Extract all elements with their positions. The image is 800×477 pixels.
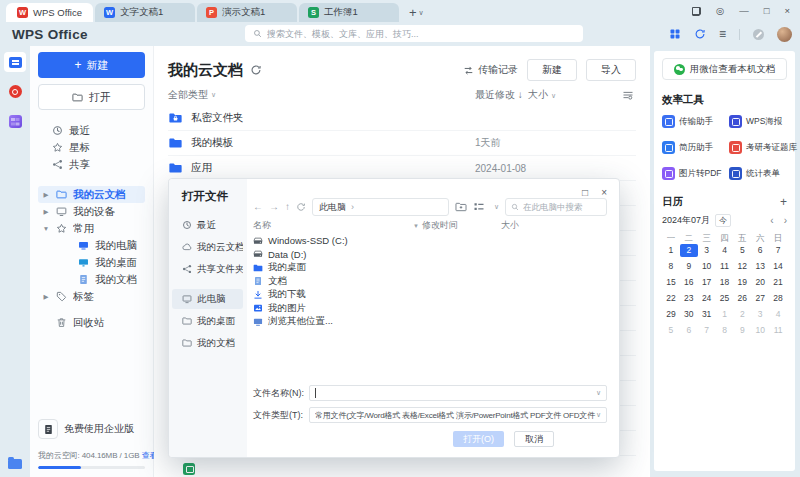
sidebar-tree-item[interactable]: ▼ 常用	[38, 220, 145, 237]
dialog-close-icon[interactable]: ×	[601, 187, 607, 198]
dialog-file-row[interactable]: 我的桌面	[253, 261, 607, 275]
calendar-add-icon[interactable]: +	[780, 195, 787, 209]
expand-arrow-icon[interactable]: ▶	[42, 191, 50, 199]
dialog-nav-item[interactable]: 我的云文档	[172, 237, 243, 257]
titlebar-tab[interactable]: P 演示文稿1	[197, 3, 297, 22]
avatar[interactable]	[777, 27, 792, 42]
calendar-day[interactable]: 7	[769, 244, 787, 257]
tool-item[interactable]: WPS海报	[729, 115, 797, 128]
global-search[interactable]	[245, 25, 583, 42]
calendar-day[interactable]: 18	[716, 276, 734, 289]
calendar-next-icon[interactable]: ›	[784, 215, 787, 226]
status-icon[interactable]	[753, 29, 764, 40]
calendar-prev-icon[interactable]: ‹	[770, 215, 773, 226]
file-list-row[interactable]: 我的模板 1天前	[168, 131, 636, 156]
up-icon[interactable]: ↑	[285, 202, 290, 212]
calendar-day[interactable]: 2	[733, 308, 751, 321]
sidebar-tree-item[interactable]: 回收站	[38, 314, 145, 331]
calendar-today-button[interactable]: 今	[715, 214, 731, 227]
view-mode-icon[interactable]	[473, 201, 485, 213]
expand-arrow-icon[interactable]: ▶	[42, 293, 50, 301]
column-size[interactable]: 大小	[501, 219, 519, 232]
calendar-day[interactable]: 12	[733, 260, 751, 273]
calendar-day[interactable]: 8	[716, 324, 734, 337]
file-list-row[interactable]: 私密文件夹	[168, 106, 636, 131]
column-name[interactable]: 名称	[253, 219, 271, 232]
filename-dropdown-icon[interactable]: ∨	[596, 389, 601, 397]
sidebar-tree-item[interactable]: 我的文档	[38, 271, 145, 288]
titlebar-tab[interactable]: S 工作簿1	[299, 3, 399, 22]
calendar-day[interactable]: 3	[698, 244, 716, 257]
calendar-day[interactable]: 3	[751, 308, 769, 321]
close-button[interactable]: ×	[784, 6, 790, 16]
dialog-file-row[interactable]: 文档	[253, 275, 607, 289]
list-settings-icon[interactable]	[622, 89, 634, 101]
tab-list-chevron-icon[interactable]: ∨	[419, 9, 424, 17]
view-mode-chevron-icon[interactable]: ∨	[494, 203, 499, 211]
sidebar-tree-item[interactable]: ▶ 标签	[38, 288, 145, 305]
calendar-day[interactable]: 19	[733, 276, 751, 289]
calendar-day[interactable]: 2	[680, 244, 698, 257]
maximize-button[interactable]: □	[764, 6, 770, 16]
calendar-day[interactable]: 17	[698, 276, 716, 289]
calendar-day[interactable]: 30	[680, 308, 698, 321]
forward-icon[interactable]: →	[269, 202, 279, 212]
back-icon[interactable]: ←	[253, 202, 263, 212]
skin-icon[interactable]: ◎	[716, 6, 724, 16]
dialog-file-row[interactable]: Windows-SSD (C:)	[253, 234, 607, 248]
dialog-file-row[interactable]: 浏览其他位置...	[253, 315, 607, 329]
calendar-day[interactable]: 15	[662, 276, 680, 289]
calendar-day[interactable]: 10	[751, 324, 769, 337]
calendar-day[interactable]: 5	[662, 324, 680, 337]
calendar-day[interactable]: 6	[751, 244, 769, 257]
workspace-icon[interactable]	[692, 7, 701, 16]
transfer-history-button[interactable]: 传输记录	[463, 63, 518, 77]
calendar-day[interactable]: 16	[680, 276, 698, 289]
sync-icon[interactable]	[694, 28, 706, 40]
new-tab-button[interactable]: +	[409, 6, 417, 19]
calendar-day[interactable]: 31	[698, 308, 716, 321]
calendar-day[interactable]: 5	[733, 244, 751, 257]
sort-size[interactable]: 大小∨	[528, 88, 556, 102]
titlebar-tab[interactable]: W 文字文稿1	[95, 3, 195, 22]
type-filter[interactable]: 全部类型	[168, 88, 208, 102]
calendar-day[interactable]: 13	[751, 260, 769, 273]
sidebar-tree-item[interactable]: 我的桌面	[38, 254, 145, 271]
calendar-day[interactable]: 22	[662, 292, 680, 305]
rail-item-documents[interactable]	[4, 52, 26, 72]
dialog-file-row[interactable]: Data (D:)	[253, 248, 607, 262]
tool-item[interactable]: 图片转PDF	[662, 167, 725, 180]
tool-item[interactable]: 传输助手	[662, 115, 725, 128]
calendar-day[interactable]: 27	[751, 292, 769, 305]
sidebar-nav-item[interactable]: 共享	[38, 156, 145, 173]
address-bar[interactable]: 此电脑 ›	[312, 198, 449, 216]
sidebar-tree-item[interactable]: ▶ 我的云文档	[38, 186, 145, 203]
dialog-nav-item[interactable]: 我的桌面	[172, 311, 243, 331]
calendar-day[interactable]: 24	[698, 292, 716, 305]
new-document-button[interactable]: + 新建	[38, 52, 145, 78]
column-modified[interactable]: ▼修改时间	[413, 219, 458, 232]
tool-item[interactable]: 简历助手	[662, 141, 725, 154]
dialog-nav-item[interactable]: 共享文件夹	[172, 259, 243, 279]
refresh-icon[interactable]	[250, 64, 262, 76]
dialog-cancel-button[interactable]: 取消	[514, 431, 554, 447]
open-file-button[interactable]: 打开	[38, 84, 145, 110]
calendar-day[interactable]: 4	[769, 308, 787, 321]
dialog-nav-item[interactable]: 此电脑	[172, 289, 243, 309]
calendar-day[interactable]: 28	[769, 292, 787, 305]
calendar-day[interactable]: 8	[662, 260, 680, 273]
folder-icon[interactable]	[8, 459, 22, 469]
calendar-day[interactable]: 11	[716, 260, 734, 273]
apps-icon[interactable]	[9, 115, 22, 128]
dialog-file-row[interactable]: 我的下载	[253, 288, 607, 302]
sidebar-nav-item[interactable]: 最近	[38, 122, 145, 139]
menu-icon[interactable]: ≡	[719, 28, 726, 40]
new-button[interactable]: 新建	[527, 59, 577, 81]
calendar-day[interactable]: 26	[733, 292, 751, 305]
calendar-day[interactable]: 9	[680, 260, 698, 273]
sort-modified[interactable]: 最近修改 ↓	[475, 88, 523, 102]
apps-grid-icon[interactable]	[669, 28, 681, 40]
tool-item[interactable]: 考研考证题库	[729, 141, 797, 154]
calendar-day[interactable]: 1	[662, 244, 680, 257]
minimize-button[interactable]: —	[739, 6, 749, 16]
